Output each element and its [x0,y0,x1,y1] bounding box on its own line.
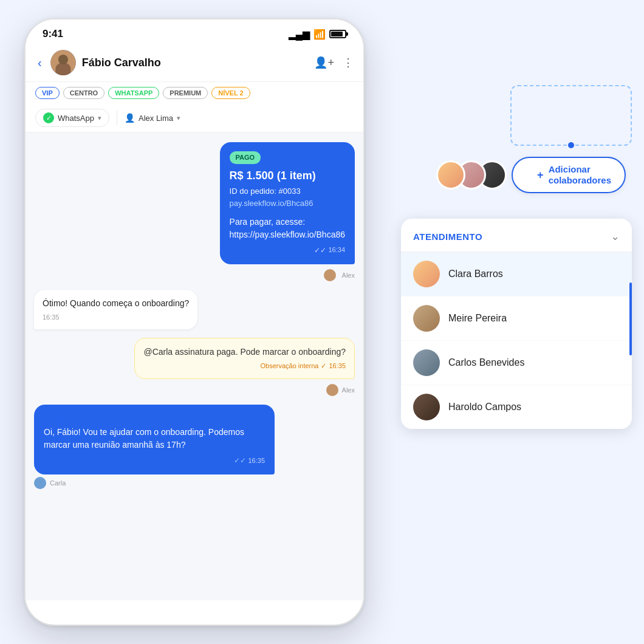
agent-name-clara: Clara Barros [448,269,503,279]
agent-selector[interactable]: 👤 Alex Lima ▾ [125,113,180,123]
agent-name-meire: Meire Pereira [448,313,507,324]
more-options-icon[interactable]: ⋮ [343,56,354,69]
channel-selector[interactable]: ✓ WhatsApp ▾ [35,109,109,127]
agent-item-meire[interactable]: Meire Pereira [401,296,632,341]
order-id: ID do pedido: #0033 [230,185,345,197]
agent-avatar-haroldo [413,394,440,420]
add-collaborators-section: + Adicionarcolaboradores [436,157,626,193]
message-internal-note: @Carla assinatura paga. Pode marcar o on… [134,338,355,396]
carla-message-text: Oi, Fábio! Vou te ajudar com o onboardin… [44,427,244,450]
tag-centro[interactable]: CENTRO [63,87,104,99]
add-collaborators-label: Adicionarcolaboradores [549,164,611,186]
status-time: 9:41 [43,28,63,40]
add-collaborators-button[interactable]: + Adicionarcolaboradores [512,157,626,193]
agent-item-haroldo[interactable]: Haroldo Campos [401,385,632,429]
message-payment: PAGO R$ 1.500 (1 item) ID do pedido: #00… [220,142,355,281]
scroll-indicator [629,283,632,355]
signal-icon: ▂▄▆ [289,29,310,40]
payment-bubble: PAGO R$ 1.500 (1 item) ID do pedido: #00… [220,142,355,264]
paid-badge: PAGO [230,151,261,164]
agent-avatar-clara [413,261,440,287]
contact-name: Fábio Carvalho [82,57,309,69]
pay-link-short: pay.sleekflow.io/Bhca86 [230,197,345,210]
tag-vip[interactable]: VIP [35,87,60,99]
phone-frame: 9:41 ▂▄▆ 📶 ‹ Fábio Carvalho 👤+ ⋮ VIP CEN… [24,18,365,626]
battery-icon [329,30,346,38]
double-check-icon: ✓✓ [234,455,246,466]
channel-name: WhatsApp [58,114,94,123]
tags-row: VIP CENTRO WHATSAPP PREMIUM NÍVEL 2 [26,82,363,104]
atendimento-panel: ATENDIMENTO ⌄ Clara Barros Meire Pereira… [401,219,632,429]
agent-label-1: Alex [324,269,355,281]
atendimento-header: ATENDIMENTO ⌄ [401,219,632,252]
plus-icon: + [537,169,544,182]
obs-label: Observação interna ✓ 16:35 [143,361,346,371]
agent-item-clara[interactable]: Clara Barros [401,252,632,296]
agent-item-carlos[interactable]: Carlos Benevides [401,341,632,385]
dashed-box [510,85,632,146]
agent-avatar-carlos [413,349,440,376]
tag-whatsapp[interactable]: WHATSAPP [108,87,159,99]
collab-avatar-1 [436,160,465,190]
check-icon: ✓✓ [314,245,326,256]
collaborator-avatars [436,160,498,190]
channel-chevron: ▾ [98,114,101,122]
contact-avatar [50,50,76,75]
chat-area[interactable]: PAGO R$ 1.500 (1 item) ID do pedido: #00… [26,132,363,600]
header-icons: 👤+ ⋮ [314,56,354,69]
msg-time-1: ✓✓ 16:34 [230,245,345,256]
wifi-icon: 📶 [313,29,326,40]
agent-label-4: Carla [34,477,275,489]
incoming-bubble: Ótimo! Quando começa o onboarding? 16:35 [34,290,197,330]
message-onboarding-question: Ótimo! Quando começa o onboarding? 16:35 [34,290,197,330]
note-text: @Carla assinatura paga. Pode marcar o on… [143,347,346,357]
status-bar: 9:41 ▂▄▆ 📶 [26,19,363,44]
tag-nivel[interactable]: NÍVEL 2 [211,87,250,99]
agent-name: Alex Lima [139,114,173,123]
channel-row: ✓ WhatsApp ▾ 👤 Alex Lima ▾ [26,104,363,132]
agent-name-carlos: Carlos Benevides [448,357,524,368]
agent-chevron: ▾ [177,114,180,122]
message-text: Ótimo! Quando começa o onboarding? [43,298,189,308]
message-carla: Carla Oi, Fábio! Vou te ajudar com o onb… [34,405,275,490]
add-contact-icon[interactable]: 👤+ [314,56,334,69]
note-bubble: @Carla assinatura paga. Pode marcar o on… [134,338,355,379]
whatsapp-icon: ✓ [43,112,54,123]
payment-amount: R$ 1.500 (1 item) [230,168,345,184]
agent-icon: 👤 [125,113,135,123]
carla-bubble: Carla Oi, Fábio! Vou te ajudar com o onb… [34,405,275,475]
agent-label-3: Alex [326,384,355,396]
atendimento-title: ATENDIMENTO [413,231,482,242]
sender-name: Carla [44,413,265,425]
tag-premium[interactable]: PREMIUM [163,87,208,99]
divider [117,111,117,125]
dashed-dot [568,142,574,148]
agent-avatar-meire [413,305,440,332]
chat-header: ‹ Fábio Carvalho 👤+ ⋮ [26,44,363,82]
atendimento-list: Clara Barros Meire Pereira Carlos Benevi… [401,252,632,429]
atendimento-chevron[interactable]: ⌄ [611,230,620,243]
back-button[interactable]: ‹ [35,53,44,72]
msg-time-4: ✓✓ 16:35 [44,455,265,466]
agent-name-haroldo: Haroldo Campos [448,402,521,413]
msg-time-2: 16:35 [43,312,189,323]
payment-instructions: Para pagar, acesse:https://pay.sleekflow… [230,216,345,241]
status-icons: ▂▄▆ 📶 [289,29,346,40]
